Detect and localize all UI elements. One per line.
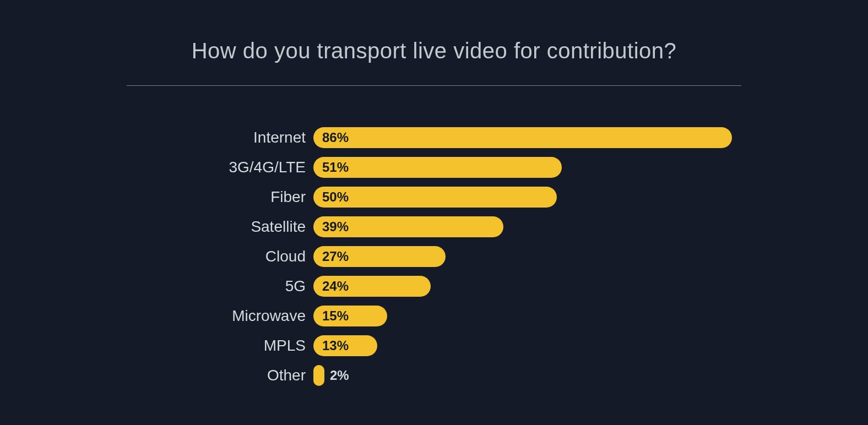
bar-row: 3G/4G/LTE51% <box>0 152 868 182</box>
value-label: 2% <box>324 368 349 383</box>
bar: 27% <box>313 246 446 267</box>
category-label: Cloud <box>0 248 313 265</box>
bar-chart: Internet86%3G/4G/LTE51%Fiber50%Satellite… <box>0 123 868 390</box>
value-label: 13% <box>313 338 349 353</box>
chart-container: How do you transport live video for cont… <box>0 0 868 425</box>
value-label: 39% <box>313 219 349 235</box>
bar-area: 13% <box>313 331 868 361</box>
category-label: Internet <box>0 129 313 146</box>
bar-area: 15% <box>313 301 868 331</box>
bar <box>313 365 324 386</box>
category-label: 5G <box>0 277 313 295</box>
bar-area: 51% <box>313 152 868 182</box>
bar: 50% <box>313 187 557 208</box>
category-label: Other <box>0 367 313 384</box>
bar: 39% <box>313 216 503 237</box>
bar-row: Internet86% <box>0 123 868 152</box>
bar-area: 50% <box>313 182 868 212</box>
bar-row: 5G24% <box>0 271 868 301</box>
category-label: MPLS <box>0 337 313 355</box>
bar-row: Cloud27% <box>0 242 868 271</box>
bar: 15% <box>313 306 387 326</box>
bar: 24% <box>313 276 431 297</box>
value-label: 27% <box>313 249 349 264</box>
bar: 13% <box>313 335 377 356</box>
category-label: Microwave <box>0 307 313 325</box>
bar-row: Fiber50% <box>0 182 868 212</box>
value-label: 50% <box>313 189 349 205</box>
chart-title: How do you transport live video for cont… <box>0 39 868 63</box>
bar: 86% <box>313 127 732 148</box>
value-label: 86% <box>313 130 349 145</box>
bar-area: 86% <box>313 123 868 152</box>
bar-area: 2% <box>313 361 868 390</box>
bar-row: Satellite39% <box>0 212 868 242</box>
bar-row: Other2% <box>0 361 868 390</box>
bar-area: 24% <box>313 271 868 301</box>
bar-row: MPLS13% <box>0 331 868 361</box>
value-label: 51% <box>313 160 349 175</box>
value-label: 15% <box>313 308 349 324</box>
bar-area: 27% <box>313 242 868 271</box>
category-label: Satellite <box>0 218 313 236</box>
bar-row: Microwave15% <box>0 301 868 331</box>
title-separator <box>127 85 741 86</box>
value-label: 24% <box>313 279 349 294</box>
bar-area: 39% <box>313 212 868 242</box>
category-label: 3G/4G/LTE <box>0 159 313 176</box>
category-label: Fiber <box>0 188 313 206</box>
bar: 51% <box>313 157 562 178</box>
